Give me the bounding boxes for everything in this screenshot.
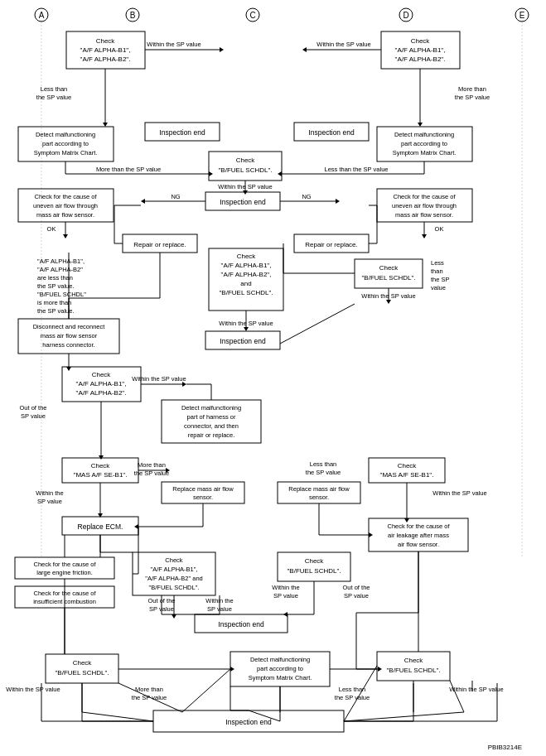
svg-marker-180 [134, 524, 138, 529]
svg-marker-75 [63, 234, 68, 238]
svg-marker-216 [172, 614, 176, 619]
svg-marker-22 [302, 47, 307, 52]
svg-marker-221 [283, 612, 287, 617]
svg-text:Check: Check [404, 657, 424, 664]
svg-text:Check for the cause of: Check for the cause of [393, 193, 456, 200]
svg-text:is more than: is more than [37, 299, 71, 306]
svg-text:Within the: Within the [36, 489, 63, 497]
svg-text:"A/F ALPHA-B2".: "A/F ALPHA-B2". [80, 55, 131, 63]
svg-text:NG: NG [302, 193, 311, 200]
svg-text:part according to: part according to [257, 665, 303, 672]
svg-text:OK: OK [47, 225, 56, 233]
svg-text:Symptom Matrix Chart.: Symptom Matrix Chart. [249, 674, 312, 681]
svg-text:Within the SP value: Within the SP value [132, 375, 186, 383]
svg-text:"A/F ALPHA-B2" and: "A/F ALPHA-B2" and [145, 575, 203, 582]
svg-text:Replace mass air flow: Replace mass air flow [288, 485, 350, 493]
svg-text:Inspection end: Inspection end [159, 128, 205, 137]
svg-text:mass air flow sensor: mass air flow sensor [41, 332, 98, 339]
svg-text:are less than: are less than [37, 274, 73, 282]
svg-text:Repair or replace.: Repair or replace. [133, 241, 186, 248]
svg-text:"A/F ALPHA-B2",: "A/F ALPHA-B2", [221, 271, 272, 278]
svg-text:Check: Check [91, 462, 111, 469]
svg-text:Within the SP value: Within the SP value [361, 292, 415, 300]
svg-text:sensor.: sensor. [193, 494, 213, 501]
diagram-container: A B C D E Check "A/F ALPHA-B1", "A/F ALP… [0, 0, 546, 756]
svg-marker-78 [422, 234, 427, 238]
svg-text:Within the SP value: Within the SP value [6, 686, 60, 693]
svg-text:More than: More than [135, 686, 163, 693]
svg-text:"B/FUEL SCHDL".: "B/FUEL SCHDL". [362, 274, 416, 282]
svg-text:Within the SP value: Within the SP value [147, 41, 201, 48]
svg-text:"A/F ALPHA-B1",: "A/F ALPHA-B1", [150, 566, 197, 573]
svg-text:Check: Check [73, 659, 93, 667]
svg-text:Less than: Less than [41, 85, 68, 93]
svg-text:Check: Check [305, 557, 325, 565]
svg-text:Inspection end: Inspection end [308, 128, 355, 137]
svg-text:SP value: SP value [273, 592, 298, 600]
svg-text:Check: Check [398, 462, 418, 469]
svg-text:"B/FUEL SCHDL".: "B/FUEL SCHDL". [287, 567, 341, 575]
svg-text:uneven air flow through: uneven air flow through [33, 202, 98, 209]
svg-text:Replace mass air flow: Replace mass air flow [172, 485, 234, 493]
svg-text:Within the SP value: Within the SP value [316, 41, 370, 48]
svg-text:More than: More than [458, 85, 486, 93]
svg-text:Check: Check [379, 264, 399, 272]
svg-text:"A/F ALPHA-B1",: "A/F ALPHA-B1", [221, 262, 272, 269]
svg-text:Disconnect and reconnect: Disconnect and reconnect [33, 323, 106, 330]
svg-marker-19 [220, 47, 224, 52]
svg-text:E: E [519, 11, 525, 20]
svg-marker-61 [141, 199, 145, 204]
svg-text:NG: NG [171, 193, 180, 200]
svg-text:Detect malfunctioning: Detect malfunctioning [250, 656, 310, 663]
svg-text:Within the SP value: Within the SP value [219, 320, 273, 327]
svg-marker-53 [278, 171, 282, 176]
svg-marker-49 [209, 171, 213, 176]
svg-marker-187 [369, 532, 373, 537]
svg-text:"A/F ALPHA-B1",: "A/F ALPHA-B1", [80, 46, 131, 54]
svg-text:Within the SP value: Within the SP value [432, 489, 486, 497]
svg-text:mass air flow sensor.: mass air flow sensor. [36, 211, 94, 219]
svg-text:repair or replace.: repair or replace. [188, 431, 235, 439]
svg-text:"B/FUEL SCHDL".: "B/FUEL SCHDL". [56, 669, 109, 677]
svg-text:Symptom Matrix Chart.: Symptom Matrix Chart. [34, 149, 98, 156]
svg-marker-64 [336, 199, 340, 204]
svg-text:Detect malfunctioning: Detect malfunctioning [181, 404, 241, 412]
svg-marker-135 [66, 367, 71, 371]
svg-text:D: D [403, 11, 408, 20]
svg-text:Check: Check [165, 556, 183, 564]
svg-text:"A/F ALPHA-B1",: "A/F ALPHA-B1", [37, 258, 85, 265]
svg-text:the SP value: the SP value [335, 694, 370, 701]
svg-text:"A/F ALPHA-B1",: "A/F ALPHA-B1", [395, 46, 446, 54]
svg-text:Check for the cause of: Check for the cause of [387, 522, 450, 530]
svg-text:Out of the: Out of the [20, 404, 47, 412]
svg-text:the SP value: the SP value [132, 694, 167, 701]
svg-text:air flow sensor.: air flow sensor. [398, 541, 439, 548]
svg-text:Less than the SP value: Less than the SP value [325, 166, 389, 173]
svg-text:Inspection end: Inspection end [225, 718, 272, 726]
svg-text:part of harness or: part of harness or [187, 413, 236, 421]
svg-text:Detect malfunctioning: Detect malfunctioning [36, 131, 95, 138]
svg-text:A: A [39, 11, 45, 20]
svg-text:Check for the cause of: Check for the cause of [34, 193, 97, 200]
svg-text:"B/FUEL SCHDL".: "B/FUEL SCHDL". [220, 289, 273, 296]
svg-text:Less than: Less than [310, 460, 337, 468]
svg-text:part according to: part according to [42, 140, 89, 147]
svg-text:"B/FUEL SCHDL".: "B/FUEL SCHDL". [219, 166, 273, 174]
svg-text:air leakage after mass: air leakage after mass [388, 532, 449, 539]
svg-text:"A/F ALPHA-B2".: "A/F ALPHA-B2". [76, 389, 127, 397]
svg-text:Check: Check [411, 37, 431, 45]
svg-text:harness connector.: harness connector. [42, 341, 94, 349]
svg-text:Symptom Matrix Chart.: Symptom Matrix Chart. [393, 149, 457, 156]
svg-marker-114 [244, 327, 249, 331]
svg-text:Inspection end: Inspection end [218, 620, 264, 628]
svg-marker-29 [418, 123, 423, 127]
svg-text:connector, and then: connector, and then [184, 422, 239, 430]
svg-text:"A/F ALPHA-B2": "A/F ALPHA-B2" [37, 266, 83, 273]
svg-text:Check: Check [237, 253, 257, 260]
svg-text:mass air flow sensor.: mass air flow sensor. [395, 211, 453, 219]
svg-text:SP value: SP value [37, 498, 62, 505]
svg-text:"B/FUEL SCHDL".: "B/FUEL SCHDL". [387, 667, 441, 674]
svg-text:Less: Less [431, 259, 444, 267]
svg-line-118 [280, 304, 355, 344]
svg-text:"MAS A/F SE-B1".: "MAS A/F SE-B1". [380, 471, 434, 479]
